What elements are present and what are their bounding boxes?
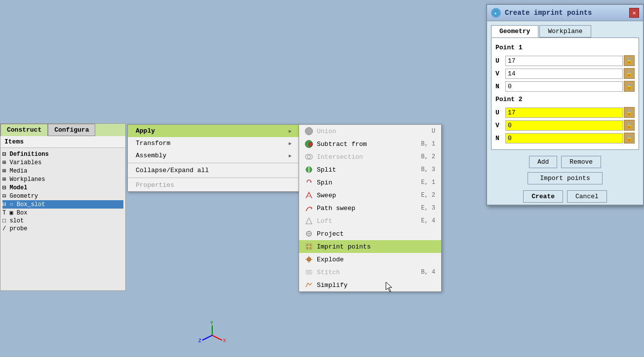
point1-n-label: N <box>495 83 505 90</box>
point2-u-lock[interactable]: 🔒 <box>624 107 635 118</box>
explode-icon <box>305 255 313 263</box>
svg-marker-8 <box>306 218 312 224</box>
point2-v-label: V <box>495 122 505 129</box>
submenu-spin[interactable]: Spin E, 1 <box>299 176 441 189</box>
tab-bar: Construct Configura <box>0 124 125 136</box>
submenu-sweep[interactable]: Sweep E, 2 <box>299 189 441 202</box>
imprint-icon <box>305 243 313 250</box>
point2-u-input[interactable] <box>505 107 623 118</box>
submenu: Union U Subtract from B, 1 Interse <box>299 124 442 292</box>
point1-u-lock[interactable]: 🔒 <box>624 55 635 66</box>
tab-construct[interactable]: Construct <box>0 124 48 136</box>
tab-geometry[interactable]: Geometry <box>491 25 538 37</box>
svg-text:✦: ✦ <box>494 11 497 16</box>
submenu-intersection: Intersection B, 2 <box>299 150 441 163</box>
point1-u-input[interactable] <box>505 56 623 66</box>
split-icon <box>305 166 313 174</box>
submenu-imprint-points[interactable]: Imprint points <box>299 240 441 253</box>
tree-model[interactable]: ⊟ Model <box>2 183 123 192</box>
dialog-title: ✦ Create imprint points <box>491 8 592 18</box>
arrow-icon: ▶ <box>289 153 292 159</box>
point1-u-row: U 🔒 <box>495 55 635 66</box>
submenu-subtract[interactable]: Subtract from B, 1 <box>299 138 441 150</box>
point1-v-input[interactable] <box>505 69 623 79</box>
point2-n-lock[interactable]: 🔒 <box>624 133 635 143</box>
point2-v-row: V 🔒 <box>495 120 635 131</box>
dialog-app-icon: ✦ <box>491 8 501 18</box>
dialog-content: Point 1 U 🔒 V 🔒 N 🔒 Point 2 U 🔒 V 🔒 <box>491 37 639 150</box>
submenu-simplify[interactable]: Simplify <box>299 279 441 291</box>
menu-assembly[interactable]: Assembly ▶ <box>128 149 300 162</box>
svg-point-14 <box>309 244 311 246</box>
submenu-stitch: Stitch B, 4 <box>299 266 441 279</box>
tree-workplanes[interactable]: ⊞ Workplanes <box>2 175 123 183</box>
menu-transform[interactable]: Transform ▶ <box>128 137 300 149</box>
point2-u-row: U 🔒 <box>495 107 635 118</box>
simplify-icon <box>305 281 313 289</box>
remove-button[interactable]: Remove <box>561 156 601 168</box>
svg-point-1 <box>308 143 312 146</box>
point1-n-input[interactable] <box>505 81 623 92</box>
intersection-icon <box>305 153 313 161</box>
tree-view: ⊟ Definitions ⊞ Variables ⊞ Media ⊞ Work… <box>0 148 125 235</box>
point2-n-input[interactable] <box>505 133 623 143</box>
submenu-split[interactable]: Split B, 3 <box>299 163 441 176</box>
add-button[interactable]: Add <box>529 156 557 168</box>
dialog-create-cancel-buttons: Create Cancel <box>487 188 643 205</box>
stitch-icon <box>305 268 313 276</box>
submenu-project[interactable]: Project <box>299 227 441 240</box>
cancel-button[interactable]: Cancel <box>567 190 607 203</box>
svg-marker-6 <box>310 181 312 182</box>
close-button[interactable]: ✕ <box>629 8 639 18</box>
point1-v-label: V <box>495 70 505 77</box>
create-button[interactable]: Create <box>523 190 563 203</box>
submenu-pathsweep[interactable]: Path sweep E, 3 <box>299 202 441 214</box>
separator-1 <box>128 163 300 163</box>
project-icon <box>305 230 313 238</box>
tree-definitions[interactable]: ⊟ Definitions <box>2 150 123 158</box>
menu-collapse-expand[interactable]: Collapse/Expand all <box>128 164 300 177</box>
point1-header: Point 1 <box>495 42 635 53</box>
tab-workplane[interactable]: Workplane <box>539 25 591 37</box>
svg-point-13 <box>306 244 308 246</box>
svg-line-32 <box>202 335 212 340</box>
left-panel: Construct Configura Items ⊟ Definitions … <box>0 123 126 291</box>
point1-v-lock[interactable]: 🔒 <box>624 68 635 79</box>
point2-n-label: N <box>495 135 505 142</box>
point2-v-lock[interactable]: 🔒 <box>624 120 635 131</box>
menu-apply[interactable]: Apply ▶ <box>128 125 300 137</box>
tree-probe[interactable]: / probe <box>2 225 123 233</box>
tree-boxslot[interactable]: ⊟ ○ Box_slot <box>2 200 123 209</box>
svg-point-16 <box>309 247 311 249</box>
submenu-loft: Loft E, 4 <box>299 214 441 227</box>
dialog-create-imprint: ✦ Create imprint points ✕ Geometry Workp… <box>486 4 644 206</box>
svg-text:Z: Z <box>198 338 201 344</box>
dialog-title-bar: ✦ Create imprint points ✕ <box>487 5 643 21</box>
point1-u-label: U <box>495 57 505 65</box>
tree-geometry[interactable]: ⊟ Geometry <box>2 192 123 200</box>
point2-v-input[interactable] <box>505 120 623 131</box>
submenu-explode[interactable]: Explode <box>299 253 441 266</box>
arrow-icon: ▶ <box>289 141 292 146</box>
point2-header: Point 2 <box>495 94 635 105</box>
arrow-icon: ▶ <box>289 128 292 134</box>
svg-point-17 <box>307 257 311 261</box>
svg-text:Y: Y <box>210 321 213 326</box>
tab-configura[interactable]: Configura <box>48 124 95 136</box>
import-points-button[interactable]: Import points <box>528 172 602 184</box>
tree-box[interactable]: T ▣ Box <box>2 209 123 217</box>
tree-variables[interactable]: ⊞ Variables <box>2 158 123 167</box>
tree-media[interactable]: ⊞ Media <box>2 167 123 175</box>
point1-n-lock[interactable]: 🔒 <box>624 81 635 92</box>
tree-slot[interactable]: □ slot <box>2 217 123 225</box>
submenu-union: Union U <box>299 125 441 138</box>
loft-icon <box>305 217 313 225</box>
axis-indicator: X Y Z <box>197 321 227 352</box>
point1-v-row: V 🔒 <box>495 68 635 79</box>
sweep-icon <box>305 191 313 199</box>
context-menu: Apply ▶ Transform ▶ Assembly ▶ Collapse/… <box>127 124 300 192</box>
items-label: Items <box>0 136 125 148</box>
point2-u-label: U <box>495 109 505 116</box>
svg-point-15 <box>306 247 308 249</box>
separator-2 <box>128 178 300 178</box>
